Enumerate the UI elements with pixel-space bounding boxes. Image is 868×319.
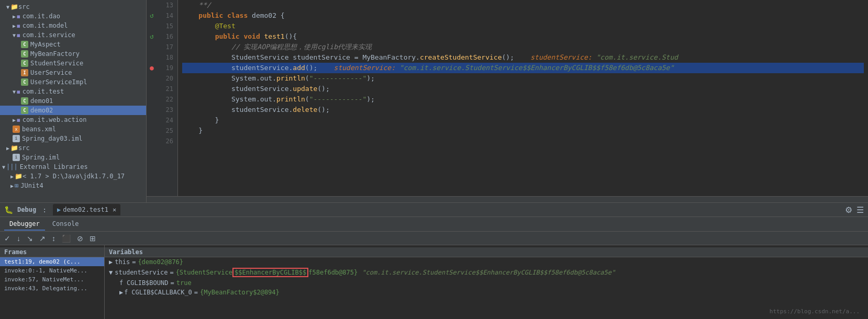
restore-button[interactable]: ⊞: [87, 233, 98, 244]
arrow-test: ▼: [13, 89, 16, 95]
ln-20: 20: [161, 73, 173, 84]
evaluate-button[interactable]: ⬛: [60, 233, 73, 244]
gutter-22: [147, 94, 157, 105]
ln-17: 17: [161, 42, 173, 52]
menu-button[interactable]: ☰: [856, 205, 864, 215]
tree-item-test[interactable]: ▼ ◼ com.it.test: [0, 87, 146, 96]
class-i-icon: I: [21, 69, 28, 76]
frame-item-0[interactable]: test1:19, demo02 (c...: [0, 257, 104, 266]
springiml-label: Spring_day03.iml: [22, 135, 83, 142]
code-line-13: **/: [182, 0, 864, 10]
gutter-18: [147, 52, 157, 63]
tree-item-beans[interactable]: x beans.xml: [0, 124, 146, 134]
ln-26: 26: [161, 136, 173, 146]
extlib-label: External Libraries: [20, 163, 88, 170]
arrow-dao: ▶: [13, 14, 16, 19]
ln-19: 19: [161, 63, 173, 73]
tree-item-studentservice[interactable]: C StudentService: [0, 59, 146, 68]
iml-icon: i: [13, 135, 20, 142]
tree-item-mybean[interactable]: C MyBeanFactory: [0, 49, 146, 59]
code-line-17: // 实现AOP编程思想，使用cglib代理来实现: [182, 42, 864, 52]
frame-item-3[interactable]: invoke:43, Delegating...: [0, 284, 104, 293]
var-val-student-pre: {StudentService: [176, 269, 232, 276]
code-line-19: studentService.add(); studentService: "c…: [182, 63, 864, 73]
gutter-24: [147, 115, 157, 126]
class-c-icon6: C: [21, 107, 28, 114]
mute-button[interactable]: ⊘: [75, 233, 85, 244]
debug-icon: 🐛: [4, 206, 13, 214]
line-numbers: 13 14 15 16 17 18 19 20 21 22 23 24 25 2…: [157, 0, 178, 196]
tab-console[interactable]: Console: [47, 218, 84, 231]
step-over-button[interactable]: ↓: [15, 233, 23, 244]
ln-14: 14: [161, 10, 173, 21]
var-row-studentservice[interactable]: ▼ studentService = {StudentService$$Enha…: [105, 267, 868, 278]
file-tree[interactable]: ▼ 📁 src ▶ ◼ com.it.dao ▶ ◼ com.it.model: [0, 0, 147, 202]
debug-tab-demo02[interactable]: ▶ demo02.test1 ✕: [53, 204, 120, 215]
bottom-panel: Debugger Console ✓ ↓ ↘ ↗ ↕ ⬛ ⊘ ⊞ Frames …: [0, 217, 868, 319]
code-line-20: System.out.println("------------");: [182, 73, 864, 84]
var-ficon-callback: f: [124, 289, 131, 296]
frame-label-3: invoke:43, Delegating...: [4, 285, 87, 292]
var-name-bound: CGLIB$BOUND: [127, 279, 168, 287]
tree-item-extlib[interactable]: ▼ ||| External Libraries: [0, 162, 146, 172]
var-eq-bound: =: [170, 279, 174, 287]
step-into-button[interactable]: ↘: [25, 233, 35, 244]
tree-item-userserviceimpl[interactable]: C UserServiceImpl: [0, 77, 146, 87]
var-row-callback[interactable]: ▶ f CGLIB$CALLBACK_0 = {MyBeanFactory$2@…: [105, 288, 868, 297]
code-line-25: }: [182, 126, 864, 136]
ln-15: 15: [161, 21, 173, 31]
var-row-this[interactable]: ▶ this = {demo02@876}: [105, 257, 868, 267]
var-row-bound[interactable]: f CGLIB$BOUND = true: [105, 278, 868, 288]
tree-item-web[interactable]: ▶ ◼ com.it.web.action: [0, 115, 146, 124]
resume-button[interactable]: ✓: [2, 233, 13, 244]
tree-item-demo01[interactable]: C demo01: [0, 96, 146, 106]
arrow-src: ▼: [6, 4, 9, 10]
class-c-icon5: C: [21, 97, 28, 105]
myaspect-label: MyAspect: [30, 41, 61, 48]
tree-item-springiml[interactable]: i Spring_day03.iml: [0, 134, 146, 143]
tree-item-jdk[interactable]: ▶ 📁 < 1.7 > D:\Java\jdk1.7.0_17: [0, 172, 146, 181]
tree-label: src: [18, 3, 30, 10]
tree-item-dao[interactable]: ▶ ◼ com.it.dao: [0, 12, 146, 21]
code-line-26: [182, 136, 864, 146]
ln-21: 21: [161, 84, 173, 94]
demo01-label: demo01: [30, 97, 53, 105]
class-c-icon3: C: [21, 60, 28, 67]
var-hint-student: "com.it.service.StudentService$$Enhancer…: [362, 269, 615, 276]
arrow-ext: ▼: [2, 164, 5, 170]
variables-panel: Variables ▶ this = {demo02@876} ▼ studen…: [105, 245, 868, 319]
web-label: com.it.web.action: [23, 116, 87, 123]
frame-label-0: test1:19, demo02 (c...: [4, 258, 81, 265]
beans-label: beans.xml: [22, 126, 56, 133]
tab-debugger[interactable]: Debugger: [4, 218, 45, 231]
horizontal-scrollbar[interactable]: [147, 196, 868, 202]
tree-item-springiml2[interactable]: i Spring.iml: [0, 153, 146, 162]
gutter-26: [147, 136, 157, 146]
tree-item-junit[interactable]: ▶ ⊞ JUnit4: [0, 181, 146, 190]
frame-item-2[interactable]: invoke:57, NativeMet...: [0, 275, 104, 284]
panel-content: Frames test1:19, demo02 (c... invoke:0:-…: [0, 245, 868, 319]
var-eq-student: =: [170, 269, 173, 276]
var-name-student: studentService: [115, 269, 168, 276]
tree-item-src[interactable]: ▼ 📁 src: [0, 2, 146, 12]
ln-13: 13: [161, 0, 173, 10]
tree-item-demo02[interactable]: C demo02: [0, 106, 146, 115]
gutter-23: [147, 105, 157, 115]
model-label: com.it.model: [23, 22, 68, 29]
debug-tab-label: demo02.test1: [63, 206, 108, 213]
tree-item-src2[interactable]: ▶ 📁 src: [0, 143, 146, 153]
debug-tab-icon: ▶: [57, 206, 61, 213]
var-name-callback: CGLIB$CALLBACK_0: [131, 289, 192, 296]
gutter-21: [147, 84, 157, 94]
ln-16: 16: [161, 31, 173, 42]
run-to-cursor-button[interactable]: ↕: [50, 233, 58, 244]
tree-item-service[interactable]: ▼ ◼ com.it.service: [0, 30, 146, 40]
step-out-button[interactable]: ↗: [37, 233, 48, 244]
tree-item-model[interactable]: ▶ ◼ com.it.model: [0, 21, 146, 30]
frame-item-1[interactable]: invoke:0:-1, NativeMe...: [0, 266, 104, 275]
gutter-17: [147, 42, 157, 52]
settings-button[interactable]: ⚙: [845, 205, 852, 215]
tree-item-userservice[interactable]: I UserService: [0, 68, 146, 77]
tree-item-myaspect[interactable]: C MyAspect: [0, 40, 146, 49]
debug-tab-close[interactable]: ✕: [113, 206, 116, 213]
